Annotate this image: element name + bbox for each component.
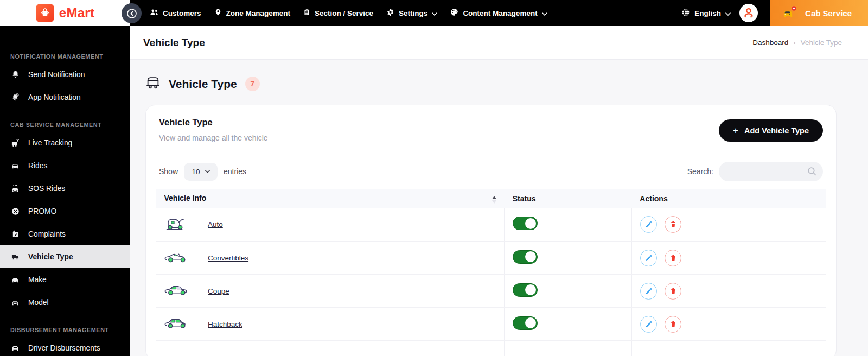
table-row <box>156 341 826 356</box>
sidebar-item-live-tracking[interactable]: Live Tracking <box>0 131 130 154</box>
toggle-knob <box>525 317 536 328</box>
sidebar-item-promo[interactable]: PROMO <box>0 200 130 223</box>
status-toggle[interactable] <box>513 250 538 264</box>
entries-select[interactable]: 10 <box>184 163 218 181</box>
breadcrumb-separator: › <box>793 39 796 47</box>
bell-alert-icon <box>10 93 20 101</box>
emart-bag-icon <box>36 4 54 22</box>
sidebar-item-make[interactable]: Make <box>0 268 130 291</box>
bell-icon <box>10 70 20 79</box>
vehicle-type-table: Vehicle Info Status Actions <box>156 189 826 356</box>
delete-button[interactable] <box>665 216 681 233</box>
sort-icon[interactable] <box>492 196 496 204</box>
toggle-knob <box>525 251 536 262</box>
service-switcher-cab-service[interactable]: Cab Service <box>770 0 868 26</box>
edit-button[interactable] <box>640 316 657 333</box>
promo-percent-icon <box>10 207 20 215</box>
language-selector[interactable]: English <box>681 8 731 18</box>
delete-button[interactable] <box>665 250 681 266</box>
sidebar-item-sos-rides[interactable]: SOS Rides <box>0 177 130 200</box>
sidebar-section-disbursement-management: DISBURSEMENT MANAGEMENT <box>0 327 130 333</box>
sidebar-item-model[interactable]: Model <box>0 291 130 314</box>
sos-taxi-icon <box>10 185 20 193</box>
chevron-down-icon <box>205 170 210 173</box>
sidebar-section-notification-management: NOTIFICATION MANAGEMENT <box>0 53 130 60</box>
edit-button[interactable] <box>640 250 657 266</box>
nav-customers[interactable]: Customers <box>150 9 201 17</box>
pencil-icon <box>644 287 653 295</box>
card-header: Vehicle Type View and manage all the veh… <box>156 117 826 142</box>
vehicle-name-link[interactable]: Coupe <box>208 287 229 295</box>
nav-settings[interactable]: Settings <box>386 8 437 18</box>
taxi-icon <box>782 5 798 21</box>
vehicle-count-badge: 7 <box>245 77 260 91</box>
card-title: Vehicle Type <box>159 117 268 128</box>
page-title: Vehicle Type <box>143 37 205 49</box>
sidebar-item-vehicle-type[interactable]: Vehicle Type <box>0 245 130 268</box>
brand-name: eMart <box>59 5 95 21</box>
brand-logo[interactable]: eMart <box>0 0 130 26</box>
search-control: Search: <box>687 162 823 181</box>
table-controls: Show 10 entries Search: <box>156 162 826 181</box>
toggle-knob <box>525 218 536 229</box>
user-avatar[interactable] <box>739 4 758 22</box>
status-toggle[interactable] <box>513 217 538 230</box>
show-label: Show <box>159 167 178 176</box>
sidebar-item-complaints[interactable]: Complaints <box>0 223 130 245</box>
column-header-status[interactable]: Status <box>505 189 632 208</box>
car-icon <box>10 298 20 306</box>
entries-label: entries <box>224 167 246 176</box>
table-row: Hatchback <box>156 308 826 341</box>
users-icon <box>150 9 158 17</box>
table-row: Auto <box>156 208 826 241</box>
trash-icon <box>669 287 677 295</box>
breadcrumb-current: Vehicle Type <box>801 39 842 47</box>
vehicle-name-link[interactable]: Auto <box>208 220 223 228</box>
add-vehicle-type-button[interactable]: + Add Vehicle Type <box>719 119 823 142</box>
column-header-vehicle-info[interactable]: Vehicle Info <box>156 189 505 208</box>
shuttle-van-icon <box>145 76 161 92</box>
status-toggle[interactable] <box>513 316 538 330</box>
vehicle-name-link[interactable]: Hatchback <box>208 320 242 328</box>
page-heading: Vehicle Type 7 <box>145 76 837 92</box>
hatchback-illustration <box>164 315 189 333</box>
card-subtitle: View and manage all the vehicle <box>159 134 268 142</box>
breadcrumb-dashboard-link[interactable]: Dashboard <box>752 39 788 47</box>
main-nav: Customers Zone Management Section / Serv… <box>130 0 868 26</box>
table-row: Coupe <box>156 275 826 308</box>
sidebar-item-driver-disbursements[interactable]: Driver Disbursements <box>0 336 130 356</box>
live-tracking-icon <box>10 139 20 147</box>
delete-button[interactable] <box>665 316 681 333</box>
convertible-illustration <box>164 249 189 267</box>
pencil-icon <box>644 220 653 228</box>
sidebar-item-send-notification[interactable]: Send Notification <box>0 63 130 86</box>
vehicle-name-link[interactable]: Convertibles <box>208 254 248 262</box>
vehicle-type-card: Vehicle Type View and manage all the veh… <box>145 105 837 356</box>
sidebar-section-cab-service-management: CAB SERVICE MANAGEMENT <box>0 122 130 128</box>
edit-button[interactable] <box>640 283 657 300</box>
nav-content-management[interactable]: Content Management <box>450 8 547 18</box>
sort-desc-icon <box>492 200 496 204</box>
sidebar-item-rides[interactable]: Rides <box>0 154 130 177</box>
coupe-illustration <box>164 282 189 300</box>
edit-button[interactable] <box>640 216 657 233</box>
sidebar-collapse-button[interactable] <box>122 3 142 23</box>
chevron-down-icon <box>542 9 547 17</box>
delete-button[interactable] <box>665 283 681 300</box>
status-toggle[interactable] <box>513 283 538 297</box>
chevron-down-icon <box>432 9 437 17</box>
plus-icon: + <box>733 125 738 136</box>
content-topbar: Vehicle Type Dashboard › Vehicle Type <box>130 26 868 60</box>
location-pin-icon <box>214 8 222 18</box>
sidebar-item-app-notification[interactable]: App Notification <box>0 86 130 109</box>
trash-icon <box>669 254 677 262</box>
nav-zone-management[interactable]: Zone Management <box>214 8 291 18</box>
car-icon <box>10 276 20 283</box>
nav-section-service[interactable]: Section / Service <box>303 8 373 18</box>
search-icon <box>807 166 817 178</box>
taxi-front-icon <box>10 162 20 169</box>
gear-icon <box>386 8 394 18</box>
content-area: Vehicle Type 7 Vehicle Type View and man… <box>130 60 868 356</box>
pencil-icon <box>644 320 653 328</box>
column-header-actions[interactable]: Actions <box>631 189 826 208</box>
